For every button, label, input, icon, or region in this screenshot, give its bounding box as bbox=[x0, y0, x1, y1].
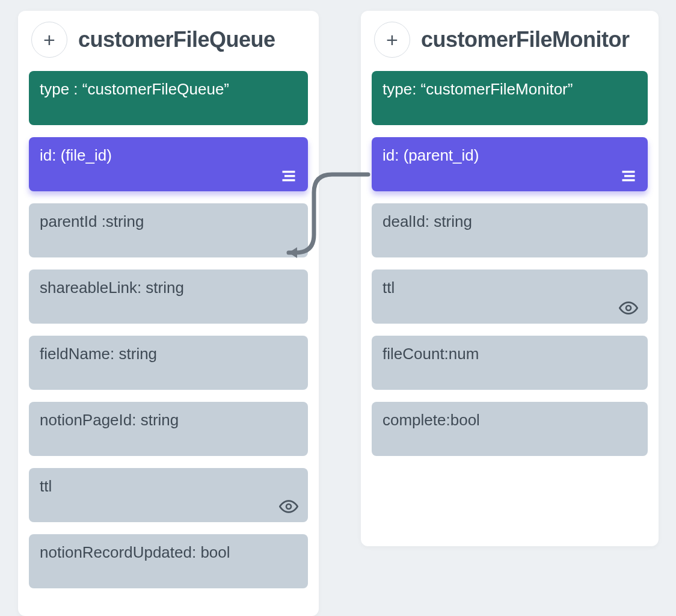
eye-icon bbox=[279, 497, 298, 516]
field-label: ttl bbox=[40, 476, 52, 497]
entity-title: customerFileMonitor bbox=[421, 27, 630, 52]
field-label: id: (parent_id) bbox=[383, 146, 479, 166]
add-field-button[interactable]: + bbox=[31, 22, 67, 58]
svg-point-7 bbox=[626, 306, 631, 310]
entity-card-customer-file-queue: + customerFileQueue type : “customerFile… bbox=[18, 11, 319, 616]
field-field-name[interactable]: fieldName: string bbox=[29, 336, 308, 390]
field-label: parentId :string bbox=[40, 212, 144, 232]
svg-point-3 bbox=[286, 504, 291, 509]
field-deal-id[interactable]: dealId: string bbox=[372, 203, 648, 257]
field-label: type : “customerFileQueue” bbox=[40, 79, 229, 100]
field-label: dealId: string bbox=[383, 212, 472, 232]
field-notion-page-id[interactable]: notionPageId: string bbox=[29, 402, 308, 456]
svg-rect-6 bbox=[622, 179, 635, 182]
field-type[interactable]: type: “customerFileMonitor” bbox=[372, 71, 648, 125]
field-parent-id[interactable]: parentId :string bbox=[29, 203, 308, 257]
svg-rect-1 bbox=[284, 175, 295, 177]
entity-title: customerFileQueue bbox=[78, 27, 275, 52]
svg-rect-2 bbox=[283, 179, 295, 182]
field-complete[interactable]: complete:bool bbox=[372, 402, 648, 456]
svg-rect-5 bbox=[624, 175, 635, 177]
field-label: complete:bool bbox=[383, 410, 480, 431]
add-field-button[interactable]: + bbox=[374, 22, 410, 58]
sort-icon bbox=[619, 166, 638, 185]
field-id[interactable]: id: (file_id) bbox=[29, 137, 308, 191]
field-type[interactable]: type : “customerFileQueue” bbox=[29, 71, 308, 125]
field-label: id: (file_id) bbox=[40, 146, 112, 166]
field-ttl[interactable]: ttl bbox=[372, 270, 648, 324]
field-label: fileCount:num bbox=[383, 344, 479, 365]
plus-icon: + bbox=[43, 28, 55, 52]
field-label: type: “customerFileMonitor” bbox=[383, 79, 573, 100]
entity-card-customer-file-monitor: + customerFileMonitor type: “customerFil… bbox=[361, 11, 659, 546]
card-header: + customerFileQueue bbox=[29, 22, 308, 58]
svg-rect-4 bbox=[622, 171, 635, 173]
field-notion-record-updated[interactable]: notionRecordUpdated: bool bbox=[29, 534, 308, 588]
eye-icon bbox=[619, 298, 638, 318]
sort-icon bbox=[279, 166, 298, 185]
field-label: notionPageId: string bbox=[40, 410, 179, 431]
field-ttl[interactable]: ttl bbox=[29, 468, 308, 522]
field-label: shareableLink: string bbox=[40, 278, 184, 298]
svg-rect-0 bbox=[283, 171, 295, 173]
field-label: notionRecordUpdated: bool bbox=[40, 543, 230, 563]
field-label: fieldName: string bbox=[40, 344, 157, 365]
field-shareable-link[interactable]: shareableLink: string bbox=[29, 270, 308, 324]
plus-icon: + bbox=[386, 28, 398, 52]
field-label: ttl bbox=[383, 278, 395, 298]
field-file-count[interactable]: fileCount:num bbox=[372, 336, 648, 390]
field-id[interactable]: id: (parent_id) bbox=[372, 137, 648, 191]
card-header: + customerFileMonitor bbox=[372, 22, 648, 58]
